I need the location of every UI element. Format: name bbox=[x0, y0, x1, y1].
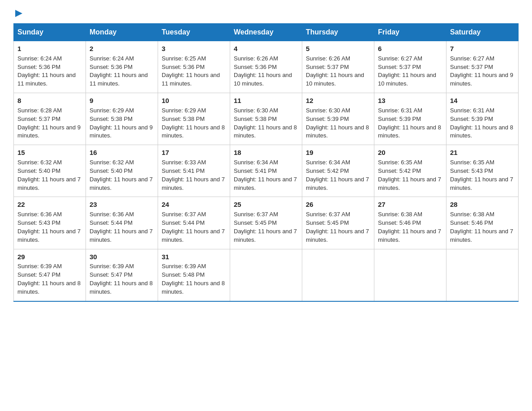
calendar-cell: 29Sunrise: 6:39 AMSunset: 5:47 PMDayligh… bbox=[14, 249, 86, 301]
day-info: Sunrise: 6:38 AMSunset: 5:46 PMDaylight:… bbox=[450, 211, 513, 243]
day-number: 12 bbox=[306, 96, 370, 106]
day-number: 5 bbox=[306, 44, 370, 54]
calendar-cell: 2Sunrise: 6:24 AMSunset: 5:36 PMDaylight… bbox=[86, 41, 158, 93]
header-sunday: Sunday bbox=[14, 24, 86, 41]
day-number: 22 bbox=[17, 200, 82, 210]
page-header bbox=[13, 9, 519, 16]
day-info: Sunrise: 6:37 AMSunset: 5:45 PMDaylight:… bbox=[234, 211, 297, 243]
calendar-cell: 17Sunrise: 6:33 AMSunset: 5:41 PMDayligh… bbox=[158, 145, 230, 197]
day-info: Sunrise: 6:31 AMSunset: 5:39 PMDaylight:… bbox=[450, 107, 513, 139]
day-number: 2 bbox=[90, 44, 154, 54]
day-number: 18 bbox=[234, 148, 298, 158]
day-number: 8 bbox=[17, 96, 82, 106]
day-info: Sunrise: 6:30 AMSunset: 5:39 PMDaylight:… bbox=[306, 107, 369, 139]
day-number: 11 bbox=[234, 96, 298, 106]
day-number: 15 bbox=[17, 148, 82, 158]
calendar-cell: 15Sunrise: 6:32 AMSunset: 5:40 PMDayligh… bbox=[14, 145, 86, 197]
day-number: 3 bbox=[162, 44, 226, 54]
day-number: 25 bbox=[234, 200, 298, 210]
calendar-cell: 4Sunrise: 6:26 AMSunset: 5:36 PMDaylight… bbox=[230, 41, 302, 93]
logo bbox=[13, 9, 23, 16]
calendar-cell: 6Sunrise: 6:27 AMSunset: 5:37 PMDaylight… bbox=[374, 41, 446, 93]
day-info: Sunrise: 6:39 AMSunset: 5:47 PMDaylight:… bbox=[90, 263, 153, 295]
calendar-cell: 18Sunrise: 6:34 AMSunset: 5:41 PMDayligh… bbox=[230, 145, 302, 197]
day-number: 28 bbox=[450, 200, 515, 210]
day-info: Sunrise: 6:25 AMSunset: 5:36 PMDaylight:… bbox=[162, 55, 220, 87]
calendar-cell: 19Sunrise: 6:34 AMSunset: 5:42 PMDayligh… bbox=[302, 145, 374, 197]
day-info: Sunrise: 6:26 AMSunset: 5:37 PMDaylight:… bbox=[306, 55, 364, 87]
calendar-cell: 11Sunrise: 6:30 AMSunset: 5:38 PMDayligh… bbox=[230, 93, 302, 145]
day-info: Sunrise: 6:27 AMSunset: 5:37 PMDaylight:… bbox=[378, 55, 436, 87]
header-tuesday: Tuesday bbox=[158, 24, 230, 41]
day-number: 26 bbox=[306, 200, 370, 210]
day-info: Sunrise: 6:37 AMSunset: 5:44 PMDaylight:… bbox=[162, 211, 225, 243]
calendar-cell bbox=[230, 249, 302, 301]
day-info: Sunrise: 6:32 AMSunset: 5:40 PMDaylight:… bbox=[90, 159, 153, 191]
header-friday: Friday bbox=[374, 24, 446, 41]
day-info: Sunrise: 6:30 AMSunset: 5:38 PMDaylight:… bbox=[234, 107, 297, 139]
calendar-cell: 22Sunrise: 6:36 AMSunset: 5:43 PMDayligh… bbox=[14, 197, 86, 249]
calendar-cell: 27Sunrise: 6:38 AMSunset: 5:46 PMDayligh… bbox=[374, 197, 446, 249]
calendar-cell: 12Sunrise: 6:30 AMSunset: 5:39 PMDayligh… bbox=[302, 93, 374, 145]
calendar-table: SundayMondayTuesdayWednesdayThursdayFrid… bbox=[13, 23, 519, 302]
day-number: 6 bbox=[378, 44, 442, 54]
day-number: 7 bbox=[450, 44, 515, 54]
calendar-header-row: SundayMondayTuesdayWednesdayThursdayFrid… bbox=[14, 24, 519, 41]
calendar-week-row: 15Sunrise: 6:32 AMSunset: 5:40 PMDayligh… bbox=[14, 145, 519, 197]
day-info: Sunrise: 6:38 AMSunset: 5:46 PMDaylight:… bbox=[378, 211, 441, 243]
day-info: Sunrise: 6:36 AMSunset: 5:43 PMDaylight:… bbox=[17, 211, 81, 243]
calendar-cell: 10Sunrise: 6:29 AMSunset: 5:38 PMDayligh… bbox=[158, 93, 230, 145]
calendar-week-row: 29Sunrise: 6:39 AMSunset: 5:47 PMDayligh… bbox=[14, 249, 519, 301]
calendar-cell: 28Sunrise: 6:38 AMSunset: 5:46 PMDayligh… bbox=[446, 197, 519, 249]
day-info: Sunrise: 6:37 AMSunset: 5:45 PMDaylight:… bbox=[306, 211, 369, 243]
day-info: Sunrise: 6:34 AMSunset: 5:42 PMDaylight:… bbox=[306, 159, 369, 191]
day-info: Sunrise: 6:27 AMSunset: 5:37 PMDaylight:… bbox=[450, 55, 513, 87]
day-number: 24 bbox=[162, 200, 226, 210]
calendar-cell: 3Sunrise: 6:25 AMSunset: 5:36 PMDaylight… bbox=[158, 41, 230, 93]
day-number: 30 bbox=[90, 252, 154, 262]
calendar-cell: 24Sunrise: 6:37 AMSunset: 5:44 PMDayligh… bbox=[158, 197, 230, 249]
day-info: Sunrise: 6:29 AMSunset: 5:38 PMDaylight:… bbox=[162, 107, 225, 139]
calendar-cell: 21Sunrise: 6:35 AMSunset: 5:43 PMDayligh… bbox=[446, 145, 519, 197]
day-number: 10 bbox=[162, 96, 226, 106]
day-info: Sunrise: 6:28 AMSunset: 5:37 PMDaylight:… bbox=[17, 107, 81, 139]
calendar-cell: 20Sunrise: 6:35 AMSunset: 5:42 PMDayligh… bbox=[374, 145, 446, 197]
day-number: 23 bbox=[90, 200, 154, 210]
day-info: Sunrise: 6:36 AMSunset: 5:44 PMDaylight:… bbox=[90, 211, 153, 243]
day-number: 17 bbox=[162, 148, 226, 158]
calendar-cell: 9Sunrise: 6:29 AMSunset: 5:38 PMDaylight… bbox=[86, 93, 158, 145]
day-info: Sunrise: 6:39 AMSunset: 5:48 PMDaylight:… bbox=[162, 263, 225, 295]
day-number: 27 bbox=[378, 200, 442, 210]
calendar-cell: 5Sunrise: 6:26 AMSunset: 5:37 PMDaylight… bbox=[302, 41, 374, 93]
calendar-cell bbox=[374, 249, 446, 301]
calendar-cell bbox=[302, 249, 374, 301]
header-monday: Monday bbox=[86, 24, 158, 41]
day-number: 9 bbox=[90, 96, 154, 106]
day-info: Sunrise: 6:35 AMSunset: 5:42 PMDaylight:… bbox=[378, 159, 441, 191]
calendar-cell: 23Sunrise: 6:36 AMSunset: 5:44 PMDayligh… bbox=[86, 197, 158, 249]
day-number: 20 bbox=[378, 148, 442, 158]
header-thursday: Thursday bbox=[302, 24, 374, 41]
calendar-week-row: 22Sunrise: 6:36 AMSunset: 5:43 PMDayligh… bbox=[14, 197, 519, 249]
calendar-cell: 13Sunrise: 6:31 AMSunset: 5:39 PMDayligh… bbox=[374, 93, 446, 145]
day-number: 14 bbox=[450, 96, 515, 106]
day-number: 29 bbox=[17, 252, 82, 262]
day-number: 4 bbox=[234, 44, 298, 54]
calendar-cell: 14Sunrise: 6:31 AMSunset: 5:39 PMDayligh… bbox=[446, 93, 519, 145]
day-info: Sunrise: 6:24 AMSunset: 5:36 PMDaylight:… bbox=[90, 55, 148, 87]
calendar-week-row: 8Sunrise: 6:28 AMSunset: 5:37 PMDaylight… bbox=[14, 93, 519, 145]
day-info: Sunrise: 6:35 AMSunset: 5:43 PMDaylight:… bbox=[450, 159, 513, 191]
day-info: Sunrise: 6:33 AMSunset: 5:41 PMDaylight:… bbox=[162, 159, 225, 191]
day-info: Sunrise: 6:34 AMSunset: 5:41 PMDaylight:… bbox=[234, 159, 297, 191]
day-number: 19 bbox=[306, 148, 370, 158]
day-number: 21 bbox=[450, 148, 515, 158]
calendar-cell: 16Sunrise: 6:32 AMSunset: 5:40 PMDayligh… bbox=[86, 145, 158, 197]
day-info: Sunrise: 6:29 AMSunset: 5:38 PMDaylight:… bbox=[90, 107, 153, 139]
calendar-cell: 30Sunrise: 6:39 AMSunset: 5:47 PMDayligh… bbox=[86, 249, 158, 301]
day-info: Sunrise: 6:26 AMSunset: 5:36 PMDaylight:… bbox=[234, 55, 292, 87]
day-info: Sunrise: 6:32 AMSunset: 5:40 PMDaylight:… bbox=[17, 159, 81, 191]
day-number: 31 bbox=[162, 252, 226, 262]
day-number: 16 bbox=[90, 148, 154, 158]
calendar-cell: 26Sunrise: 6:37 AMSunset: 5:45 PMDayligh… bbox=[302, 197, 374, 249]
calendar-cell: 1Sunrise: 6:24 AMSunset: 5:36 PMDaylight… bbox=[14, 41, 86, 93]
